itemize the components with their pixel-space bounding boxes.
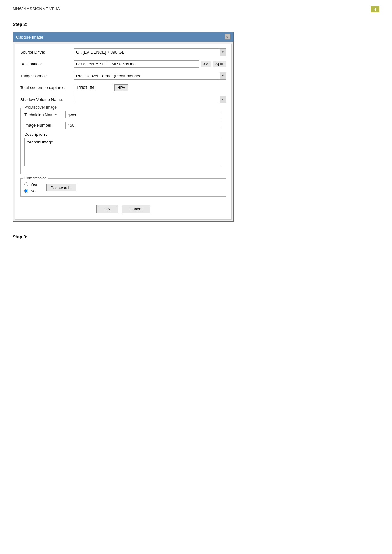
image-number-input[interactable]: [65, 122, 222, 129]
shadow-volume-label: Shadow Volume Name:: [20, 97, 74, 102]
cancel-button[interactable]: Cancel: [122, 205, 150, 213]
source-drive-field: [74, 48, 226, 56]
capture-image-dialog: Capture Image × Source Drive: Destinatio…: [13, 32, 234, 222]
description-section: Description :: [24, 132, 222, 167]
technician-name-input[interactable]: [65, 111, 222, 118]
destination-row: Destination: >> Split: [20, 60, 226, 68]
dialog-body: Source Drive: Destination: >> Split Ima: [15, 44, 232, 220]
compression-group: Compression Yes No Password...: [20, 178, 226, 197]
dialog-footer: OK Cancel: [20, 202, 226, 215]
description-textarea[interactable]: [24, 138, 222, 166]
compression-no-label: No: [30, 189, 36, 193]
technician-name-row: Technician Name:: [24, 111, 222, 118]
image-format-label: Image Format:: [20, 74, 74, 78]
compression-radio-group: Yes No: [24, 182, 37, 193]
technician-name-label: Technician Name:: [24, 112, 65, 117]
compression-yes-label: Yes: [30, 182, 37, 187]
compression-content: Yes No Password...: [24, 182, 222, 193]
source-drive-input-wrapper[interactable]: [74, 48, 226, 56]
destination-navigate-button[interactable]: >>: [201, 61, 211, 67]
shadow-volume-field: [74, 96, 226, 103]
source-drive-dropdown-arrow[interactable]: [220, 49, 226, 56]
destination-field: >> Split: [74, 60, 226, 68]
ok-button[interactable]: OK: [96, 205, 118, 213]
image-format-field: [74, 72, 226, 80]
shadow-volume-input[interactable]: [74, 96, 220, 103]
total-sectors-label: Total sectors to capture :: [20, 85, 74, 90]
total-sectors-hpa-row: HPA: [74, 84, 226, 91]
destination-label: Destination:: [20, 62, 74, 66]
dialog-title: Capture Image: [16, 35, 43, 39]
image-format-input-wrapper[interactable]: [74, 72, 226, 80]
shadow-volume-dropdown-arrow[interactable]: [220, 96, 226, 103]
source-drive-label: Source Drive:: [20, 50, 74, 55]
page-number: 4: [371, 6, 379, 12]
destination-input[interactable]: [74, 60, 199, 68]
source-drive-input[interactable]: [74, 49, 220, 56]
total-sectors-field: HPA: [74, 84, 226, 91]
compression-no-row: No: [24, 189, 37, 193]
password-button[interactable]: Password...: [46, 184, 76, 191]
image-format-input[interactable]: [74, 73, 220, 79]
shadow-volume-row: Shadow Volume Name:: [20, 96, 226, 103]
destination-row-inner: >> Split: [74, 60, 226, 68]
image-format-row: Image Format:: [20, 72, 226, 80]
step3-label: Step 3:: [13, 234, 379, 239]
destination-split-button[interactable]: Split: [213, 61, 226, 67]
source-drive-row: Source Drive:: [20, 48, 226, 56]
prodiscover-image-group: ProDiscover Image Technician Name: Image…: [20, 108, 226, 174]
compression-yes-row: Yes: [24, 182, 37, 187]
prodiscover-image-legend: ProDiscover Image: [23, 105, 58, 110]
step2-label: Step 2:: [13, 22, 379, 27]
image-number-label: Image Number:: [24, 123, 65, 128]
compression-legend: Compression: [23, 176, 48, 180]
compression-no-radio[interactable]: [24, 189, 28, 193]
hpa-button[interactable]: HPA: [114, 84, 128, 91]
total-sectors-input[interactable]: [74, 84, 112, 91]
total-sectors-row: Total sectors to capture : HPA: [20, 84, 226, 91]
compression-yes-radio[interactable]: [24, 182, 28, 186]
description-label: Description :: [24, 132, 222, 137]
shadow-volume-input-wrapper[interactable]: [74, 96, 226, 103]
dialog-close-button[interactable]: ×: [225, 34, 230, 40]
image-number-row: Image Number:: [24, 122, 222, 129]
image-format-dropdown-arrow[interactable]: [220, 72, 226, 79]
page-title: MN624 ASSIGNMENT 1A: [13, 6, 60, 11]
dialog-titlebar: Capture Image ×: [13, 32, 233, 42]
